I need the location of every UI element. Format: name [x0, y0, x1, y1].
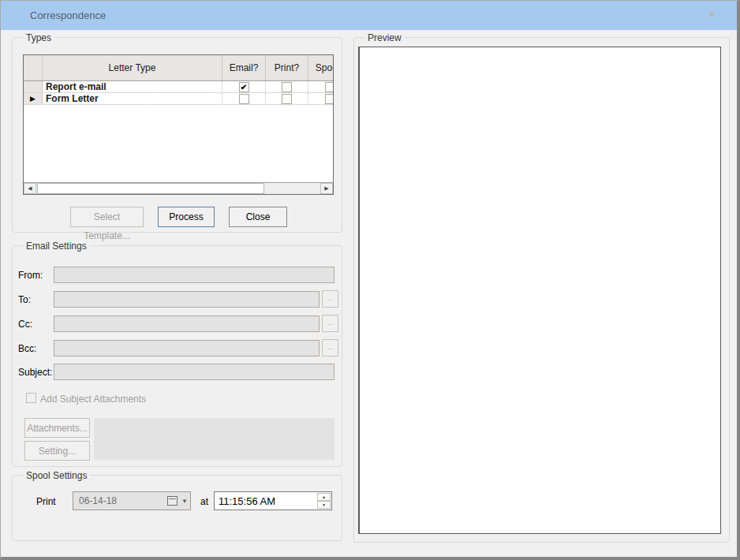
email-settings-group-label: Email Settings [23, 241, 90, 252]
spool-checkbox[interactable] [325, 94, 334, 104]
bcc-field [54, 340, 320, 357]
current-row-pointer-icon: ▶ [30, 95, 36, 103]
print-date-picker: 06-14-18 ▼ [73, 491, 191, 510]
spool-settings-group-label: Spool Settings [23, 470, 90, 481]
scroll-right-icon: ▶ [324, 185, 328, 192]
scrollbar-thumb[interactable] [37, 183, 264, 194]
grid-header-email: Email? [222, 55, 266, 80]
grid-header-row: Letter Type Email? Print? Spool? [24, 55, 333, 81]
dropdown-caret-icon: ▼ [181, 498, 188, 505]
close-icon[interactable]: ✕ [708, 9, 716, 21]
letter-type-cell[interactable]: Form Letter [43, 93, 222, 104]
spin-down-button[interactable]: ▼ [317, 501, 331, 509]
add-subject-attachments-checkbox [26, 393, 36, 403]
to-field [54, 291, 320, 308]
grid-header-spool: Spool? [308, 55, 334, 80]
grid-header-letter-type: Letter Type [43, 55, 222, 80]
email-checkbox[interactable]: ✔ [239, 82, 249, 92]
print-time-input[interactable] [215, 492, 316, 510]
subject-label: Subject: [18, 367, 52, 378]
grid-header-print: Print? [266, 55, 308, 80]
attachments-button: Attachments... [24, 418, 90, 438]
table-row[interactable]: ▶ Form Letter [24, 93, 333, 105]
spin-up-button[interactable]: ▲ [317, 493, 331, 501]
spool-checkbox[interactable] [325, 82, 334, 92]
close-button[interactable]: Close [229, 207, 287, 227]
process-button[interactable]: Process [158, 207, 215, 227]
grid-header-selector [24, 55, 43, 80]
correspondence-dialog: Correspondence ✕ Types Letter Type Email… [0, 0, 740, 560]
horizontal-scrollbar[interactable]: ◀ ▶ [24, 182, 333, 194]
row-selector-cell[interactable] [24, 81, 43, 92]
letter-types-grid[interactable]: Letter Type Email? Print? Spool? Report … [23, 54, 334, 195]
to-label: To: [18, 294, 31, 305]
calendar-icon [167, 496, 178, 506]
attachments-list-panel [94, 418, 334, 460]
subject-field [54, 364, 334, 380]
time-spinner[interactable]: ▲ ▼ [317, 493, 331, 509]
scroll-left-button[interactable]: ◀ [24, 183, 36, 194]
titlebar[interactable]: Correspondence ✕ [1, 1, 737, 30]
print-checkbox[interactable] [282, 82, 292, 92]
check-icon: ✔ [241, 83, 247, 91]
cc-field [54, 315, 320, 332]
print-time-field[interactable]: ▲ ▼ [214, 491, 332, 510]
add-subject-attachments-label: Add Subject Attachments [40, 394, 146, 405]
select-template-button: Select Template... [70, 207, 144, 227]
print-date-value: 06-14-18 [79, 495, 117, 506]
cc-browse-button: ... [322, 315, 338, 332]
letter-type-cell[interactable]: Report e-mail [43, 81, 222, 92]
table-row[interactable]: Report e-mail ✔ [24, 81, 333, 93]
scroll-left-icon: ◀ [28, 185, 32, 192]
window-title: Correspondence [30, 9, 106, 21]
from-label: From: [18, 270, 43, 281]
to-browse-button: ... [322, 290, 338, 308]
at-label: at [200, 496, 208, 507]
types-group-label: Types [23, 32, 54, 43]
from-field [54, 267, 334, 283]
bcc-browse-button: ... [322, 339, 338, 357]
spin-up-icon: ▲ [322, 495, 326, 499]
preview-group-label: Preview [364, 32, 405, 43]
setting-button: Setting... [24, 441, 90, 461]
print-label: Print [36, 496, 56, 507]
print-checkbox[interactable] [282, 94, 292, 104]
scroll-right-button[interactable]: ▶ [320, 183, 333, 194]
email-checkbox[interactable] [239, 94, 249, 104]
cc-label: Cc: [18, 319, 32, 330]
preview-pane [358, 47, 721, 534]
spin-down-icon: ▼ [322, 502, 326, 507]
bcc-label: Bcc: [18, 343, 36, 354]
